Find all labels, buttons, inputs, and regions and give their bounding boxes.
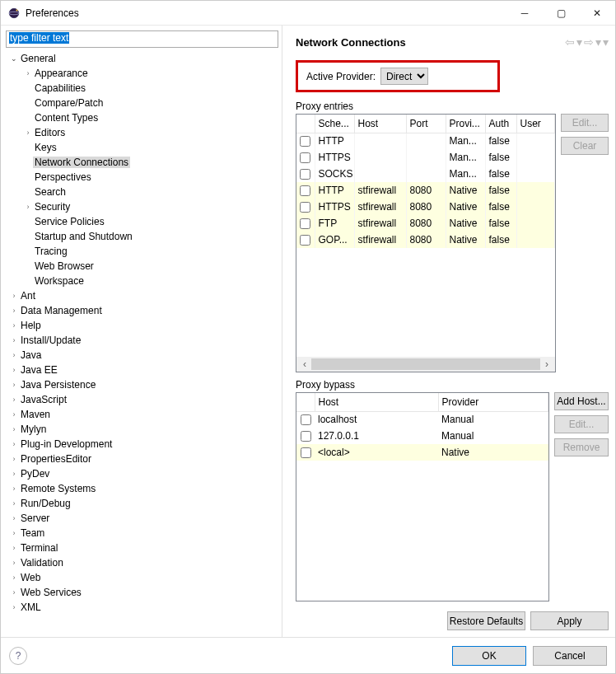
tree-twisty-icon[interactable]: › <box>9 440 19 448</box>
tree-item[interactable]: General <box>19 53 58 64</box>
row-checkbox[interactable] <box>301 447 311 458</box>
table-header[interactable]: Sche... <box>315 115 354 133</box>
tree-item[interactable]: Java Persistence <box>19 379 97 391</box>
tree-item[interactable]: Run/Debug <box>19 498 72 509</box>
preferences-tree[interactable]: ⌄General›AppearanceCapabilitiesCompare/P… <box>6 48 278 634</box>
table-row[interactable]: HTTPSstfirewall8080Nativefalse <box>296 199 555 215</box>
tree-item[interactable]: Java <box>19 349 43 361</box>
tree-item[interactable]: Team <box>19 527 46 539</box>
table-header[interactable]: Provi... <box>446 115 485 133</box>
tree-twisty-icon[interactable]: › <box>9 588 19 597</box>
tree-item[interactable]: Plug-in Development <box>19 438 114 450</box>
row-checkbox[interactable] <box>300 235 310 246</box>
tree-item[interactable]: Web Browser <box>33 260 96 272</box>
tree-item[interactable]: Web <box>19 572 42 583</box>
tree-item[interactable]: Service Policies <box>33 216 106 227</box>
tree-item[interactable]: Tracing <box>33 246 69 257</box>
table-row[interactable]: HTTPSMan...false <box>296 149 555 166</box>
table-row[interactable]: localhostManual <box>296 411 548 428</box>
active-provider-select[interactable]: Direct <box>380 68 428 85</box>
tree-item[interactable]: Content Types <box>33 112 100 124</box>
close-button[interactable]: ✕ <box>579 1 615 26</box>
proxy-bypass-table[interactable]: HostProvider localhostManual127.0.0.1Man… <box>296 392 549 601</box>
tree-item[interactable]: Terminal <box>19 542 59 554</box>
table-row[interactable]: FTPstfirewall8080Nativefalse <box>296 215 555 232</box>
tree-twisty-icon[interactable]: › <box>23 203 33 211</box>
filter-input[interactable]: type filter text <box>6 30 278 48</box>
table-row[interactable]: HTTPstfirewall8080Nativefalse <box>296 182 555 199</box>
tree-item[interactable]: Web Services <box>19 587 83 598</box>
tree-item[interactable]: Data Management <box>19 305 104 316</box>
row-checkbox[interactable] <box>300 185 310 196</box>
proxy-entries-hscroll[interactable]: ‹› <box>296 357 555 372</box>
tree-twisty-icon[interactable]: › <box>9 544 19 552</box>
tree-item[interactable]: JavaScript <box>19 394 68 405</box>
tree-item[interactable]: Validation <box>19 557 65 569</box>
row-checkbox[interactable] <box>300 202 310 213</box>
table-header[interactable]: Provider <box>438 393 548 411</box>
tree-twisty-icon[interactable]: › <box>23 69 33 77</box>
forward-icon[interactable]: ⇨ <box>584 35 594 49</box>
edit-bypass-button[interactable]: Edit... <box>554 415 609 433</box>
tree-item[interactable]: PropertiesEditor <box>19 453 93 465</box>
tree-item[interactable]: Install/Update <box>19 335 82 346</box>
add-host-button[interactable]: Add Host... <box>554 392 609 410</box>
tree-item[interactable]: Perspectives <box>33 171 93 183</box>
row-checkbox[interactable] <box>300 152 310 163</box>
tree-item[interactable]: Remote Systems <box>19 483 97 494</box>
tree-item[interactable]: Compare/Patch <box>33 97 105 109</box>
table-row[interactable]: <local>Native <box>296 444 548 461</box>
tree-item[interactable]: XML <box>19 601 43 613</box>
tree-twisty-icon[interactable]: › <box>9 366 19 374</box>
row-checkbox[interactable] <box>301 414 311 425</box>
tree-item[interactable]: Security <box>33 201 72 213</box>
tree-twisty-icon[interactable]: › <box>9 559 19 567</box>
minimize-button[interactable]: ─ <box>506 1 543 26</box>
table-row[interactable]: HTTPMan...false <box>296 133 555 149</box>
tree-item[interactable]: PyDev <box>19 468 51 480</box>
row-checkbox[interactable] <box>300 218 310 229</box>
tree-item[interactable]: Search <box>33 186 68 198</box>
maximize-button[interactable]: ▢ <box>543 1 579 26</box>
edit-proxy-button[interactable]: Edit... <box>561 114 609 132</box>
tree-twisty-icon[interactable]: › <box>9 514 19 522</box>
table-header[interactable]: Host <box>354 115 406 133</box>
tree-twisty-icon[interactable]: › <box>9 603 19 611</box>
tree-item[interactable]: Help <box>19 320 43 331</box>
tree-twisty-icon[interactable]: › <box>9 484 19 493</box>
tree-twisty-icon[interactable]: › <box>9 425 19 433</box>
tree-item[interactable]: Appearance <box>33 68 90 79</box>
cancel-button[interactable]: Cancel <box>533 646 607 666</box>
tree-twisty-icon[interactable]: ⌄ <box>9 54 19 63</box>
tree-twisty-icon[interactable]: › <box>9 381 19 389</box>
tree-twisty-icon[interactable]: › <box>9 529 19 537</box>
tree-item[interactable]: Network Connections <box>33 157 130 168</box>
tree-twisty-icon[interactable]: › <box>23 129 33 137</box>
tree-twisty-icon[interactable]: › <box>9 455 19 463</box>
tree-item[interactable]: Java EE <box>19 364 59 376</box>
table-row[interactable]: SOCKSMan...false <box>296 166 555 182</box>
tree-item[interactable]: Ant <box>19 290 37 302</box>
tree-twisty-icon[interactable]: › <box>9 470 19 478</box>
table-header[interactable]: Auth <box>485 115 516 133</box>
tree-item[interactable]: Server <box>19 513 51 524</box>
table-header[interactable]: Host <box>315 393 438 411</box>
ok-button[interactable]: OK <box>452 646 526 666</box>
tree-twisty-icon[interactable]: › <box>9 307 19 315</box>
tree-item[interactable]: Workspace <box>33 275 86 287</box>
menu-icon[interactable]: ▾ <box>603 35 609 49</box>
help-icon[interactable]: ? <box>9 647 27 665</box>
tree-item[interactable]: Mylyn <box>19 424 48 435</box>
restore-defaults-button[interactable]: Restore Defaults <box>447 611 525 630</box>
tree-item[interactable]: Editors <box>33 127 67 138</box>
tree-twisty-icon[interactable]: › <box>9 351 19 359</box>
tree-item[interactable]: Keys <box>33 142 58 153</box>
tree-twisty-icon[interactable]: › <box>9 292 19 300</box>
back-icon[interactable]: ⇦ <box>565 35 575 49</box>
tree-twisty-icon[interactable]: › <box>9 410 19 419</box>
remove-bypass-button[interactable]: Remove <box>554 438 609 456</box>
table-row[interactable]: 127.0.0.1Manual <box>296 428 548 444</box>
tree-item[interactable]: Capabilities <box>33 82 87 94</box>
tree-item[interactable]: Startup and Shutdown <box>33 231 134 242</box>
table-row[interactable]: GOP...stfirewall8080Nativefalse <box>296 232 555 248</box>
